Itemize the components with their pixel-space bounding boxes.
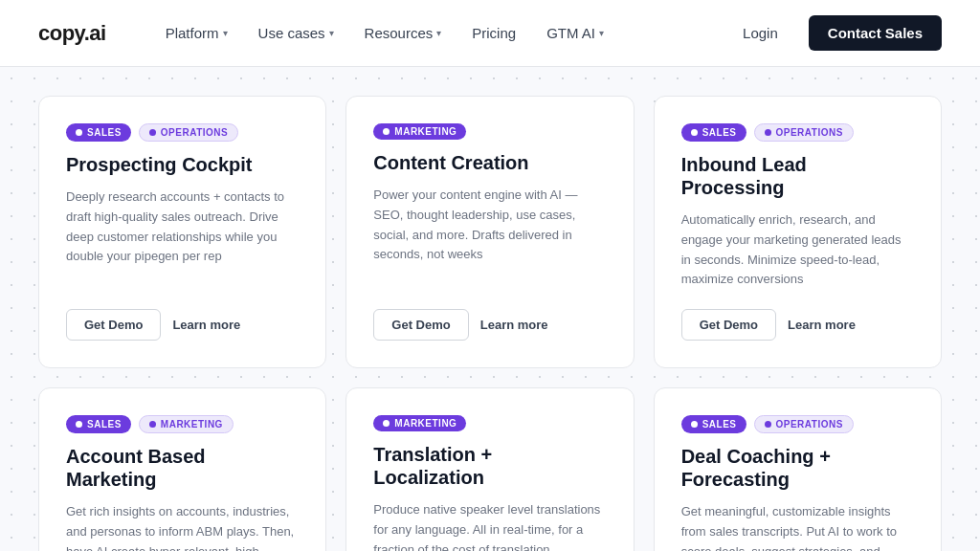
get-demo-button[interactable]: Get Demo [681,309,776,341]
tag-marketing: MARKETING [373,415,466,431]
tag-marketing: MARKETING [373,123,466,140]
nav-menu: Platform▾Use cases▾Resources▾PricingGTM … [154,17,727,49]
chevron-down-icon: ▾ [329,28,334,38]
learn-more-button[interactable]: Learn more [480,318,548,332]
chevron-down-icon: ▾ [436,28,441,38]
card-tags: SALESMARKETING [66,415,299,433]
card-2: SALESOPERATIONSInbound Lead ProcessingAu… [654,96,942,368]
navbar: copy.ai Platform▾Use cases▾Resources▾Pri… [0,0,980,67]
learn-more-button[interactable]: Learn more [788,318,856,332]
card-actions: Get DemoLearn more [373,309,606,341]
card-tags: SALESOPERATIONS [681,415,914,433]
nav-item-use-cases[interactable]: Use cases▾ [247,17,345,49]
card-4: MARKETINGTranslation + LocalizationProdu… [345,387,634,551]
main-content: SALESOPERATIONSProspecting CockpitDeeply… [0,67,980,551]
tag-dot-icon [76,421,82,428]
tag-dot-icon [149,421,156,428]
tag-dot-icon [383,128,390,135]
tag-dot-icon [691,129,698,136]
logo[interactable]: copy.ai [38,21,106,46]
card-actions: Get DemoLearn more [681,309,914,341]
tag-marketing: MARKETING [139,415,234,433]
card-description: Automatically enrich, research, and enga… [681,210,914,290]
card-0: SALESOPERATIONSProspecting CockpitDeeply… [38,96,326,368]
tag-dot-icon [765,421,771,428]
tag-sales: SALES [66,123,131,142]
card-5: SALESOPERATIONSDeal Coaching + Forecasti… [654,387,942,551]
tag-dot-icon [76,129,82,136]
learn-more-button[interactable]: Learn more [172,318,240,332]
card-tags: SALESOPERATIONS [66,123,299,142]
login-button[interactable]: Login [727,17,793,49]
navbar-actions: Login Contact Sales [727,15,942,51]
nav-item-pricing[interactable]: Pricing [460,17,527,49]
get-demo-button[interactable]: Get Demo [373,309,468,341]
card-3: SALESMARKETINGAccount Based MarketingGet… [38,387,326,551]
nav-item-label: Platform [166,25,219,41]
nav-item-resources[interactable]: Resources▾ [353,17,454,49]
tag-sales: SALES [681,415,746,433]
card-description: Get rich insights on accounts, industrie… [66,502,299,551]
tag-operations: OPERATIONS [139,123,238,142]
tag-dot-icon [765,129,771,136]
nav-item-label: Pricing [472,25,516,41]
nav-item-label: Use cases [258,25,325,41]
get-demo-button[interactable]: Get Demo [66,309,161,341]
card-description: Power your content engine with AI — SEO,… [373,186,606,290]
cards-grid: SALESOPERATIONSProspecting CockpitDeeply… [38,96,942,551]
nav-item-label: GTM AI [546,25,595,41]
card-tags: MARKETING [373,123,606,140]
tag-dot-icon [383,420,390,427]
card-description: Produce native speaker level translation… [373,500,606,551]
tag-operations: OPERATIONS [754,415,854,433]
card-title: Translation + Localization [373,443,606,489]
tag-dot-icon [691,421,698,428]
card-title: Prospecting Cockpit [66,153,299,176]
tag-dot-icon [149,129,156,136]
card-actions: Get DemoLearn more [66,309,299,341]
card-title: Deal Coaching + Forecasting [681,445,914,491]
tag-operations: OPERATIONS [754,123,854,142]
card-title: Content Creation [373,151,606,174]
card-description: Deeply research accounts + contacts to d… [66,187,299,290]
card-title: Inbound Lead Processing [681,153,914,199]
card-tags: MARKETING [373,415,606,431]
card-1: MARKETINGContent CreationPower your cont… [345,96,634,368]
contact-sales-button[interactable]: Contact Sales [809,15,942,51]
chevron-down-icon: ▾ [223,28,228,38]
tag-sales: SALES [66,415,131,433]
card-title: Account Based Marketing [66,445,299,491]
nav-item-platform[interactable]: Platform▾ [154,17,239,49]
chevron-down-icon: ▾ [599,28,604,38]
nav-item-label: Resources [365,25,434,41]
tag-sales: SALES [681,123,746,142]
nav-item-gtm-ai[interactable]: GTM AI▾ [535,17,615,49]
card-tags: SALESOPERATIONS [681,123,914,142]
card-description: Get meaningful, customizable insights fr… [681,502,914,551]
